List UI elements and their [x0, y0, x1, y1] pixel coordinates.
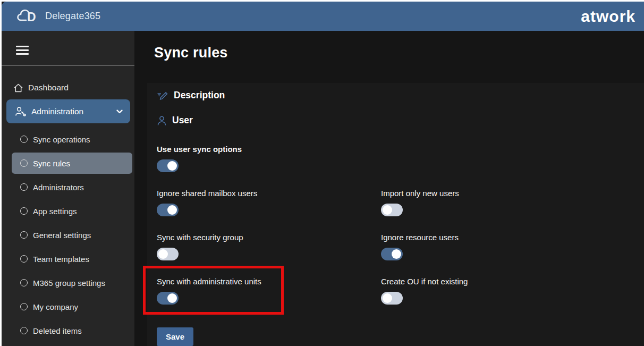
app-window: D Delegate365 atwork Dashboard	[2, 2, 644, 346]
field-create-ou-if-not-existing: Create OU if not existing	[381, 276, 644, 305]
field-sync-with-security-group: Sync with security group	[157, 232, 381, 260]
svg-text:D: D	[27, 10, 36, 24]
toggle-knob	[158, 249, 168, 259]
radio-circle-icon	[20, 159, 28, 167]
field-use-user-sync-options: Use user sync options	[157, 144, 381, 172]
administration-subnav: Sync operations Sync rules Administrator…	[2, 123, 134, 341]
top-bar: D Delegate365 atwork	[2, 2, 644, 31]
sidebar-item-label: Administration	[31, 107, 83, 116]
sidebar-item-administration[interactable]: Administration	[6, 99, 130, 123]
subitem-label: Sync operations	[33, 135, 90, 144]
sidebar-subitem-general-settings[interactable]: General settings	[2, 224, 132, 246]
subitem-label: Team templates	[33, 255, 89, 264]
subitem-label: Administrators	[33, 183, 84, 192]
field-sync-with-administrative-units: Sync with administrative units	[157, 276, 381, 305]
toggle-label: Use user sync options	[157, 144, 381, 154]
main-content: Sync rules Description	[134, 31, 644, 346]
toggle-label: Ignore shared mailbox users	[157, 188, 381, 198]
toggle-ignore-shared-mailbox-users[interactable]	[157, 204, 179, 216]
section-label: User	[172, 115, 193, 126]
sidebar-subitem-team-templates[interactable]: Team templates	[2, 248, 132, 269]
section-label: Description	[174, 90, 225, 101]
app-logo: D Delegate365	[16, 9, 100, 24]
sidebar-item-dashboard[interactable]: Dashboard	[2, 76, 134, 99]
toggle-label: Create OU if not existing	[381, 276, 644, 286]
subitem-label: General settings	[33, 231, 91, 240]
subitem-label: Sync rules	[33, 159, 70, 168]
sidebar-subitem-m365-group-settings[interactable]: M365 group settings	[2, 272, 132, 293]
radio-circle-icon	[20, 183, 28, 191]
sidebar-subitem-my-company[interactable]: My company	[2, 296, 132, 317]
radio-circle-icon	[20, 327, 28, 334]
toggle-label: Sync with administrative units	[157, 276, 381, 286]
home-icon	[13, 83, 23, 93]
sync-rules-panel: Description User Use user sync options	[147, 83, 644, 346]
toggle-knob	[167, 293, 177, 303]
atwork-brand-logo: atwork	[581, 9, 638, 24]
pencil-icon	[157, 90, 168, 101]
radio-circle-icon	[20, 255, 28, 263]
toggle-use-user-sync-options[interactable]	[157, 159, 179, 172]
cloud-d-logo-icon: D	[16, 9, 40, 24]
radio-circle-icon	[20, 303, 28, 310]
radio-circle-icon	[20, 207, 28, 215]
chevron-down-icon[interactable]	[116, 109, 123, 114]
toggle-import-only-new-users[interactable]	[381, 204, 403, 216]
sidebar: Dashboard Administration	[2, 31, 134, 346]
toggle-fields-grid: Use user sync options Ignore shared mail…	[157, 144, 644, 320]
user-icon	[157, 115, 167, 126]
admin-person-key-icon	[15, 106, 27, 117]
toggle-label: Import only new users	[381, 188, 644, 198]
field-import-only-new-users: Import only new users	[381, 188, 644, 216]
subitem-label: Deleted items	[33, 326, 82, 335]
page-title: Sync rules	[154, 45, 644, 61]
sidebar-subitem-deleted-items[interactable]: Deleted items	[2, 320, 132, 341]
field-ignore-resource-users: Ignore resource users	[381, 232, 644, 260]
sidebar-subitem-sync-rules[interactable]: Sync rules	[12, 153, 132, 174]
toggle-sync-with-security-group[interactable]	[157, 248, 179, 260]
toggle-sync-with-administrative-units[interactable]	[157, 292, 179, 305]
save-button[interactable]: Save	[157, 327, 193, 346]
toggle-knob	[383, 205, 392, 215]
field-ignore-shared-mailbox-users: Ignore shared mailbox users	[157, 188, 381, 216]
subitem-label: App settings	[33, 207, 77, 216]
toggle-knob	[392, 249, 401, 259]
radio-circle-icon	[20, 279, 28, 286]
section-description: Description	[157, 90, 644, 101]
app-name: Delegate365	[45, 11, 100, 22]
section-user: User	[157, 115, 644, 126]
toggle-knob	[167, 161, 177, 171]
sidebar-subitem-app-settings[interactable]: App settings	[2, 200, 132, 222]
subitem-label: M365 group settings	[33, 279, 105, 288]
sidebar-nav: Dashboard Administration	[2, 66, 134, 341]
toggle-label: Sync with security group	[157, 232, 381, 242]
toggle-ignore-resource-users[interactable]	[381, 248, 403, 260]
sidebar-subitem-sync-operations[interactable]: Sync operations	[2, 129, 132, 150]
radio-circle-icon	[20, 231, 28, 239]
sidebar-subitem-administrators[interactable]: Administrators	[2, 176, 132, 198]
toggle-knob	[167, 205, 177, 215]
toggle-knob	[383, 293, 392, 303]
sidebar-item-label: Dashboard	[28, 83, 69, 92]
radio-circle-icon	[20, 136, 28, 143]
toggle-create-ou-if-not-existing[interactable]	[381, 292, 403, 305]
toggle-label: Ignore resource users	[381, 232, 644, 242]
hamburger-menu-icon[interactable]	[16, 46, 29, 55]
subitem-label: My company	[33, 302, 78, 311]
